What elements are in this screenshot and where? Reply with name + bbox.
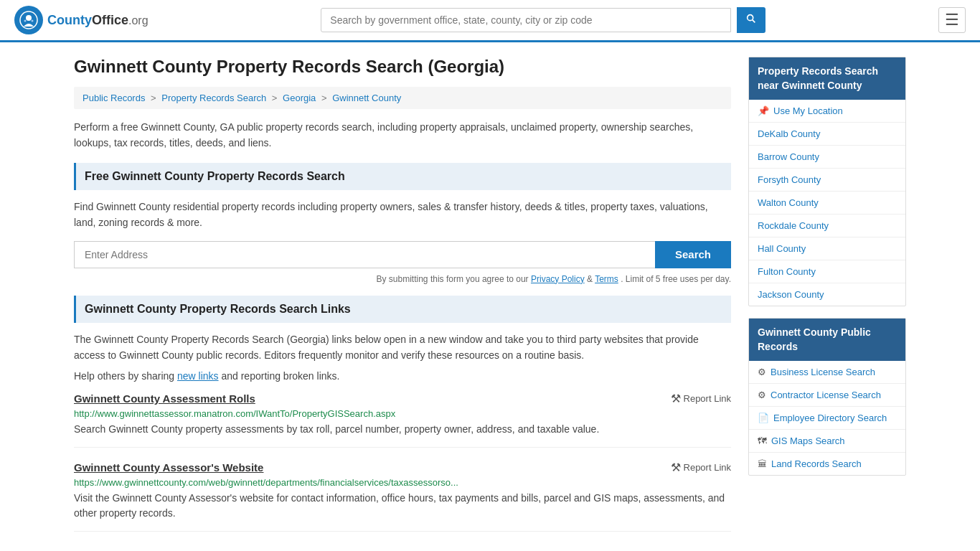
link-item-url[interactable]: http://www.gwinnettassessor.manatron.com…: [74, 408, 731, 419]
gear-icon: ⚙: [758, 390, 766, 400]
sidebar: Property Records Search near Gwinnett Co…: [748, 57, 906, 546]
logo-icon: [14, 6, 43, 34]
land-records-link[interactable]: Land Records Search: [771, 458, 862, 469]
form-disclaimer: By submitting this form you agree to our…: [74, 274, 731, 284]
link-item-header: Gwinnett County Assessor's Website ⚒ Rep…: [74, 461, 731, 474]
list-item[interactable]: 📄 Employee Directory Search: [749, 407, 905, 430]
link-item: Gwinnett County Assessor's Website ⚒ Rep…: [74, 461, 731, 532]
employee-directory-link[interactable]: Employee Directory Search: [773, 413, 887, 423]
county-link[interactable]: Hall County: [758, 243, 806, 254]
list-item[interactable]: ⚙ Business License Search: [749, 361, 905, 384]
county-link[interactable]: Rockdale County: [758, 220, 829, 231]
breadcrumb-public-records[interactable]: Public Records: [83, 93, 145, 103]
links-intro: The Gwinnett County Property Records Sea…: [74, 331, 731, 364]
gis-maps-link[interactable]: GIS Maps Search: [771, 435, 845, 446]
list-item[interactable]: Fulton County: [749, 260, 905, 283]
county-link[interactable]: Forsyth County: [758, 174, 821, 185]
breadcrumb: Public Records > Property Records Search…: [74, 87, 731, 109]
free-search-desc: Find Gwinnett County residential propert…: [74, 199, 731, 231]
map-icon: 🗺: [758, 435, 767, 446]
list-item[interactable]: 🏛 Land Records Search: [749, 453, 905, 475]
free-search-heading: Free Gwinnett County Property Records Se…: [74, 163, 731, 190]
sharing-text: Help others by sharing new links and rep…: [74, 370, 731, 382]
menu-icon[interactable]: ☰: [938, 7, 966, 33]
public-records-title: Gwinnett County Public Records: [749, 319, 905, 361]
page-title: Gwinnett County Property Records Search …: [74, 57, 731, 77]
svg-point-2: [24, 20, 27, 22]
main-container: Gwinnett County Property Records Search …: [60, 42, 920, 551]
breadcrumb-gwinnett-county[interactable]: Gwinnett County: [332, 93, 401, 103]
terms-link[interactable]: Terms: [595, 274, 618, 284]
breadcrumb-georgia[interactable]: Georgia: [283, 93, 316, 103]
svg-point-4: [748, 15, 753, 21]
link-item-url[interactable]: https://www.gwinnettcounty.com/web/gwinn…: [74, 477, 731, 488]
address-input[interactable]: [74, 241, 655, 268]
county-link[interactable]: DeKalb County: [758, 128, 820, 139]
list-item[interactable]: Rockdale County: [749, 215, 905, 237]
header: CountyOffice.org ☰: [0, 0, 980, 42]
logo-text: CountyOffice.org: [47, 13, 149, 28]
list-item[interactable]: Forsyth County: [749, 169, 905, 192]
use-my-location[interactable]: 📌 Use My Location: [749, 100, 905, 123]
link-item-title[interactable]: Gwinnett County Assessment Rolls: [74, 392, 255, 405]
list-item[interactable]: DeKalb County: [749, 123, 905, 146]
list-item[interactable]: Walton County: [749, 192, 905, 215]
search-button[interactable]: Search: [655, 241, 731, 268]
county-link[interactable]: Barrow County: [758, 151, 819, 162]
link-item-desc: Search Gwinnett County property assessme…: [74, 422, 731, 437]
header-search-input[interactable]: [321, 8, 731, 32]
landmark-icon: 🏛: [758, 458, 767, 469]
county-link[interactable]: Jackson County: [758, 289, 824, 300]
svg-point-3: [32, 20, 34, 22]
gear-icon: ⚙: [758, 367, 766, 377]
link-item-title[interactable]: Gwinnett County Assessor's Website: [74, 461, 263, 474]
logo[interactable]: CountyOffice.org: [14, 6, 149, 34]
book-icon: 📄: [758, 413, 769, 423]
privacy-policy-link[interactable]: Privacy Policy: [531, 274, 585, 284]
svg-point-1: [26, 15, 32, 21]
report-link-button[interactable]: ⚒ Report Link: [671, 392, 731, 405]
svg-line-5: [753, 20, 755, 23]
report-link-button[interactable]: ⚒ Report Link: [671, 461, 731, 474]
list-item[interactable]: Barrow County: [749, 146, 905, 169]
business-license-link[interactable]: Business License Search: [771, 367, 875, 377]
breadcrumb-property-records-search[interactable]: Property Records Search: [161, 93, 266, 103]
intro-text: Perform a free Gwinnett County, GA publi…: [74, 119, 731, 151]
list-item[interactable]: Hall County: [749, 237, 905, 260]
contractor-license-link[interactable]: Contractor License Search: [771, 390, 881, 400]
report-icon: ⚒: [671, 392, 681, 405]
nearby-section-title: Property Records Search near Gwinnett Co…: [749, 57, 905, 100]
links-section: Gwinnett County Property Records Search …: [74, 296, 731, 532]
list-item[interactable]: ⚙ Contractor License Search: [749, 384, 905, 407]
header-search-button[interactable]: [737, 7, 765, 33]
use-my-location-link[interactable]: Use My Location: [773, 105, 843, 116]
location-icon: 📌: [758, 105, 769, 116]
header-search-area: [321, 7, 765, 33]
nearby-section: Property Records Search near Gwinnett Co…: [748, 57, 906, 306]
list-item[interactable]: Jackson County: [749, 283, 905, 306]
public-records-section: Gwinnett County Public Records ⚙ Busines…: [748, 318, 906, 476]
links-section-heading: Gwinnett County Property Records Search …: [74, 296, 731, 323]
new-links-link[interactable]: new links: [177, 370, 219, 382]
link-item-desc: Visit the Gwinnett County Assessor's web…: [74, 491, 731, 521]
county-link[interactable]: Walton County: [758, 197, 819, 208]
list-item[interactable]: 🗺 GIS Maps Search: [749, 430, 905, 453]
content-area: Gwinnett County Property Records Search …: [74, 57, 731, 546]
link-item-header: Gwinnett County Assessment Rolls ⚒ Repor…: [74, 392, 731, 405]
county-link[interactable]: Fulton County: [758, 266, 816, 277]
address-row: Search: [74, 241, 731, 268]
report-icon: ⚒: [671, 461, 681, 474]
property-search-form: Search By submitting this form you agree…: [74, 241, 731, 284]
link-item: Gwinnett County Assessment Rolls ⚒ Repor…: [74, 392, 731, 448]
